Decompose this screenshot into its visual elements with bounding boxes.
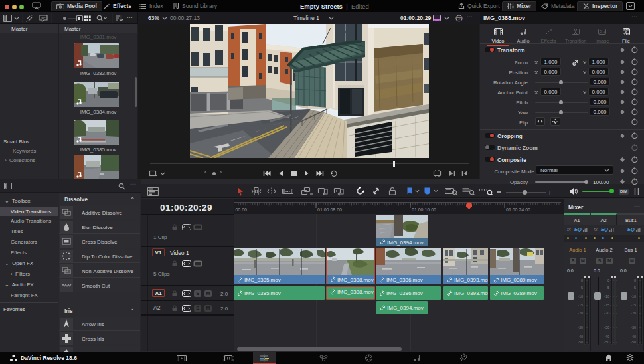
- svg-text:01:00:16:00: 01:00:16:00: [412, 207, 436, 212]
- svg-text:01:00:24:00: 01:00:24:00: [506, 207, 530, 212]
- svg-text:01:00:00:00: 01:00:00:00: [234, 207, 247, 212]
- svg-text:01:00:08:00: 01:00:08:00: [317, 207, 342, 212]
